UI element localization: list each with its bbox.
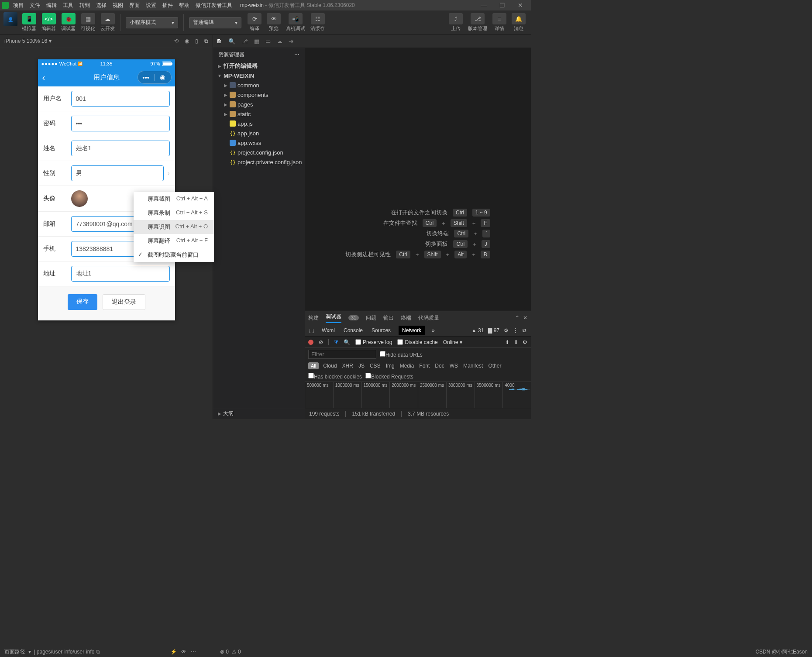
kebab-icon[interactable]: ⋮ [513,327,518,334]
filter-type-xhr[interactable]: XHR [341,363,354,369]
gear-icon[interactable]: ⚙ [504,327,509,334]
preview-button[interactable]: 👁 [267,13,281,24]
preserve-log-checkbox[interactable]: Preserve log [355,339,392,345]
context-menu-item[interactable]: 屏幕翻译Ctrl + Alt + F [134,234,214,248]
filter-type-css[interactable]: CSS [369,363,382,369]
context-menu-item[interactable]: 屏幕录制Ctrl + Alt + S [134,206,214,220]
mode-select[interactable]: 小程序模式▾ [126,17,178,28]
user-avatar[interactable]: 👤 [3,12,17,26]
capsule-menu-icon[interactable]: ••• [138,74,155,81]
visual-button[interactable]: ▦ [81,13,95,24]
editor-button[interactable]: </> [42,13,56,24]
search-icon[interactable]: 🔍 [344,339,350,345]
file-tree-item[interactable]: { }project.private.config.json [213,157,305,167]
cloud-button[interactable]: ☁ [101,13,115,24]
dual-icon[interactable]: ⧉ [204,38,208,44]
name-input[interactable]: 姓名1 [71,141,170,156]
menu-tool[interactable]: 工具 [60,1,76,10]
menu-edit[interactable]: 编辑 [44,1,59,10]
filter-type-other[interactable]: Other [487,363,502,369]
simulator-button[interactable]: 📱 [22,13,36,24]
avatar-image[interactable] [71,190,88,207]
tab-terminal[interactable]: 终端 [401,314,411,322]
tab-output[interactable]: 输出 [383,314,394,322]
filter-type-ws[interactable]: WS [449,363,459,369]
filter-type-js[interactable]: JS [358,363,365,369]
menu-help[interactable]: 帮助 [176,1,192,10]
filter-input[interactable] [308,350,376,359]
file-tree-item[interactable]: app.js [213,119,305,128]
info-badge[interactable]: ▇ 97 [488,327,499,334]
files-icon[interactable]: 🗎 [217,38,222,45]
filter-type-img[interactable]: Img [385,363,396,369]
file-tree-item[interactable]: { }project.config.json [213,148,305,157]
filter-type-doc[interactable]: Doc [434,363,445,369]
warning-badge[interactable]: ▲ 31 [471,327,484,334]
menu-file[interactable]: 文件 [27,1,43,10]
download-har-icon[interactable]: ⬇ [514,339,518,345]
throttle-select[interactable]: Online ▾ [443,339,462,345]
details-button[interactable]: ≡ [492,13,506,24]
context-menu-item[interactable]: ✓截图时隐藏当前窗口 [134,248,214,262]
hide-data-urls-checkbox[interactable]: Hide data URLs [380,351,423,358]
blocked-requests-checkbox[interactable]: Blocked Requests [365,373,413,380]
device-label[interactable]: iPhone 5 100% 16 [4,38,47,44]
minimize-button[interactable]: — [475,0,492,10]
explorer-more-icon[interactable]: ⋯ [294,52,299,58]
messages-button[interactable]: 🔔 [512,13,526,24]
back-icon[interactable]: ‹ [42,72,45,83]
maximize-button[interactable]: ☐ [493,0,511,10]
popout-icon[interactable]: ⧉ [523,327,526,334]
address-input[interactable]: 地址1 [71,266,170,282]
context-menu-item[interactable]: 屏幕截图Ctrl + Alt + A [134,192,214,206]
exit-icon[interactable]: ⇥ [289,38,293,45]
blocked-cookies-checkbox[interactable]: Has blocked cookies [308,373,362,380]
tab-problems[interactable]: 问题 [366,314,376,322]
menu-select[interactable]: 选择 [93,1,109,10]
record-icon[interactable]: ◉ [185,38,189,44]
password-input[interactable]: ••• [71,116,170,131]
disable-cache-checkbox[interactable]: Disable cache [397,339,437,345]
tab-wxml[interactable]: Wxml [321,326,336,335]
network-timeline[interactable]: ▂▃▁▂▃▄▂▁ 500000 ms1000000 ms1500000 ms20… [305,382,531,408]
menu-view[interactable]: 视图 [110,1,126,10]
gender-select[interactable]: 男 [71,165,164,181]
tab-sources[interactable]: Sources [371,326,392,335]
file-tree-item[interactable]: ▶common [213,80,305,90]
filter-type-media[interactable]: Media [399,363,415,369]
upload-button[interactable]: ⤴ [449,13,463,24]
search-icon[interactable]: 🔍 [228,38,235,45]
context-menu-item[interactable]: 屏幕识图Ctrl + Alt + O [134,220,214,234]
filter-type-cloud[interactable]: Cloud [322,363,337,369]
menu-wxdevtools[interactable]: 微信开发者工具 [193,1,235,10]
net-gear-icon[interactable]: ⚙ [523,339,527,345]
menu-goto[interactable]: 转到 [77,1,93,10]
tab-debugger[interactable]: 调试器 [326,313,341,323]
tab-network[interactable]: Network [399,326,425,335]
inspect-icon[interactable]: ⬚ [309,327,314,334]
username-input[interactable]: 001 [71,91,170,107]
menu-settings[interactable]: 设置 [143,1,159,10]
menu-interface[interactable]: 界面 [127,1,142,10]
compile-button[interactable]: ⟳ [248,13,261,24]
file-tree-item[interactable]: ▶static [213,109,305,119]
version-button[interactable]: ⎇ [471,13,485,24]
device-icon[interactable]: ▯ [195,38,198,44]
menu-project[interactable]: 项目 [10,1,26,10]
branch-icon[interactable]: ⎇ [241,38,248,45]
filter-type-manifest[interactable]: Manifest [462,363,484,369]
file-tree-item[interactable]: ▶pages [213,100,305,109]
save-button[interactable]: 保存 [68,294,97,310]
clear-icon[interactable]: ⊘ [319,339,323,345]
explorer-section[interactable]: ▼MP-WEIXIN [213,71,305,80]
close-button[interactable]: ✕ [512,0,529,10]
layout-icon[interactable]: ▭ [265,38,271,45]
close-icon[interactable]: ✕ [523,315,527,321]
file-tree-item[interactable]: { }app.json [213,128,305,138]
remote-debug-button[interactable]: 📲 [289,13,303,24]
chevron-up-icon[interactable]: ⌃ [515,315,520,321]
record-button[interactable] [308,340,313,345]
filter-type-all[interactable]: All [308,362,319,369]
blocks-icon[interactable]: ▦ [254,38,259,45]
explorer-section[interactable]: ▶打开的编辑器 [213,61,305,71]
